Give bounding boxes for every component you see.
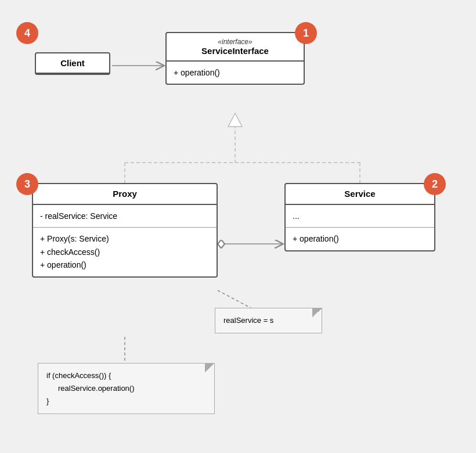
service-interface-section: + operation() bbox=[167, 62, 304, 84]
service-box: Service ... + operation() bbox=[284, 183, 435, 251]
proxy-methods: + Proxy(s: Service) + checkAccess() + op… bbox=[33, 228, 217, 276]
service-interface-name: ServiceInterface bbox=[174, 46, 297, 56]
proxy-box: Proxy - realService: Service + Proxy(s: … bbox=[32, 183, 218, 278]
service-interface-box: «interface» ServiceInterface + operation… bbox=[165, 32, 305, 85]
service-interface-header: «interface» ServiceInterface bbox=[167, 33, 304, 62]
badge-4: 4 bbox=[16, 22, 38, 44]
stereotype-label: «interface» bbox=[174, 38, 297, 46]
note-operation: if (checkAccess()) { realService.operati… bbox=[38, 363, 215, 414]
service-attributes: ... bbox=[286, 205, 434, 228]
proxy-attributes: - realService: Service bbox=[33, 205, 217, 228]
badge-1: 1 bbox=[295, 22, 317, 44]
client-box: Client bbox=[35, 52, 110, 75]
badge-3: 3 bbox=[16, 173, 38, 195]
badge-2: 2 bbox=[424, 173, 446, 195]
client-header: Client bbox=[36, 53, 109, 74]
proxy-header: Proxy bbox=[33, 184, 217, 205]
svg-marker-8 bbox=[228, 113, 242, 127]
service-header: Service bbox=[286, 184, 434, 205]
note-realservice: realService = s bbox=[215, 308, 322, 333]
diagram-container: 1 4 2 3 «interface» ServiceInterface + o… bbox=[0, 0, 476, 453]
service-methods: + operation() bbox=[286, 228, 434, 250]
